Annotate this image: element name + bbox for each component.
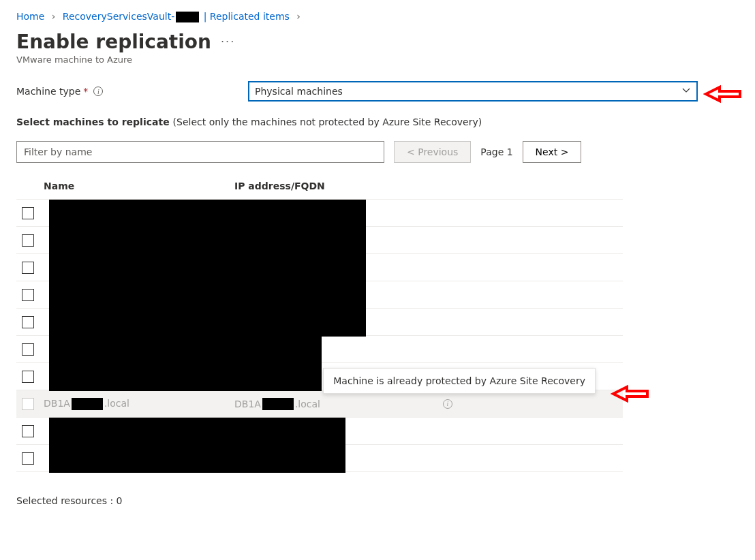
more-actions-button[interactable]: ···	[221, 35, 235, 48]
row-checkbox[interactable]	[22, 262, 34, 274]
chevron-right-icon: ›	[52, 11, 56, 22]
required-asterisk: *	[83, 86, 88, 97]
next-button[interactable]: Next >	[523, 141, 582, 163]
page-title: Enable replication	[16, 31, 211, 53]
machine-type-value: Physical machines	[255, 86, 343, 97]
table-row[interactable]	[16, 418, 623, 445]
table-row-disabled: DB1A.local DB1A.local i Machine is alrea…	[16, 390, 623, 418]
row-checkbox[interactable]	[22, 371, 34, 383]
table-row[interactable]	[16, 445, 623, 472]
selected-resources-label: Selected resources : 0	[16, 495, 739, 506]
info-icon[interactable]: i	[93, 87, 103, 96]
select-machines-label: Select machines to replicate	[16, 116, 173, 127]
row-checkbox[interactable]	[22, 425, 34, 437]
row-checkbox[interactable]	[22, 343, 34, 356]
previous-button: < Previous	[394, 141, 471, 163]
redacted-text	[262, 398, 294, 410]
machine-type-label: Machine type	[16, 86, 80, 97]
row-checkbox[interactable]	[22, 289, 34, 301]
redacted-text	[176, 12, 199, 22]
page-indicator: Page 1	[480, 146, 512, 157]
table-row[interactable]	[16, 254, 623, 281]
breadcrumb-vault[interactable]: RecoveryServicesVault- | Replicated item…	[63, 11, 292, 22]
table-row[interactable]	[16, 336, 623, 363]
chevron-down-icon	[681, 86, 691, 97]
machine-type-select[interactable]: Physical machines	[248, 81, 698, 102]
breadcrumb-home[interactable]: Home	[16, 11, 44, 22]
row-checkbox[interactable]	[22, 234, 34, 247]
row-checkbox[interactable]	[22, 316, 34, 328]
column-header-ip[interactable]: IP address/FQDN	[234, 181, 623, 191]
chevron-right-icon: ›	[296, 11, 301, 22]
select-machines-hint: (Select only the machines not protected …	[173, 116, 482, 127]
column-header-name[interactable]: Name	[44, 181, 234, 191]
table-row[interactable]	[16, 200, 623, 227]
row-checkbox-disabled	[22, 398, 34, 410]
page-subtitle: VMware machine to Azure	[16, 55, 739, 65]
row-checkbox[interactable]	[22, 452, 34, 465]
filter-input[interactable]	[16, 141, 384, 163]
row-checkbox[interactable]	[22, 207, 34, 219]
info-icon[interactable]: i	[443, 399, 452, 409]
redacted-text	[72, 398, 103, 410]
table-row[interactable]	[16, 281, 623, 309]
breadcrumb: Home › RecoveryServicesVault- | Replicat…	[16, 11, 739, 22]
table-row[interactable]	[16, 227, 623, 254]
table-row[interactable]	[16, 309, 623, 336]
protected-tooltip: Machine is already protected by Azure Si…	[323, 368, 596, 394]
